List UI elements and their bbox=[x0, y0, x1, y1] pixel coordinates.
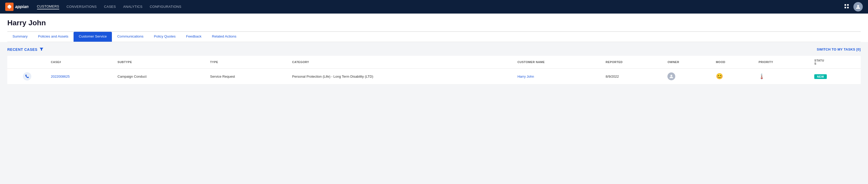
nav-conversations[interactable]: CONVERSATIONS bbox=[66, 5, 97, 9]
col-type: TYPE bbox=[207, 56, 288, 68]
priority-thermometer-icon: 🌡️ bbox=[758, 73, 765, 79]
filter-icon[interactable] bbox=[40, 47, 43, 52]
svg-point-6 bbox=[671, 75, 672, 76]
col-customer-name: CUSTOMER NAME bbox=[514, 56, 602, 68]
nav-customers[interactable]: CUSTOMERS bbox=[37, 4, 59, 9]
row-subtype: Campaign Conduct bbox=[114, 68, 207, 85]
svg-marker-5 bbox=[40, 48, 43, 51]
recent-cases-header: RECENT CASES SWITCH TO MY TASKS [0] bbox=[7, 47, 861, 52]
nav-links: CUSTOMERS CONVERSATIONS CASES ANALYTICS … bbox=[37, 4, 182, 9]
col-subtype: SUBTYPE bbox=[114, 56, 207, 68]
row-owner bbox=[664, 68, 712, 85]
row-priority: 🌡️ bbox=[755, 68, 811, 85]
grid-icon[interactable] bbox=[844, 4, 849, 10]
switch-to-my-tasks-button[interactable]: SWITCH TO MY TASKS [0] bbox=[817, 48, 861, 51]
svg-rect-2 bbox=[844, 7, 846, 8]
col-priority: PRIORITY bbox=[755, 56, 811, 68]
nav-left: appian CUSTOMERS CONVERSATIONS CASES ANA… bbox=[5, 3, 181, 11]
col-category: CATEGORY bbox=[288, 56, 514, 68]
tab-bar: Summary Policies and Assets Customer Ser… bbox=[7, 32, 861, 42]
mood-emoji: 😊 bbox=[716, 73, 723, 80]
col-owner: OWNER bbox=[664, 56, 712, 68]
table-body: 2022008625 Campaign Conduct Service Requ… bbox=[7, 68, 861, 85]
row-status: NEW bbox=[811, 68, 861, 85]
appian-logo-text: appian bbox=[15, 4, 29, 9]
col-reported: REPORTED bbox=[602, 56, 664, 68]
tab-policy-quotes[interactable]: Policy Quotes bbox=[149, 32, 181, 42]
svg-point-4 bbox=[857, 5, 859, 7]
status-badge: NEW bbox=[814, 74, 827, 79]
nav-right bbox=[844, 2, 863, 11]
svg-rect-0 bbox=[844, 4, 846, 6]
page-header: Harry John Summary Policies and Assets C… bbox=[0, 13, 868, 42]
customer-name-link[interactable]: Harry John bbox=[518, 74, 534, 79]
tab-policies-assets[interactable]: Policies and Assets bbox=[33, 32, 73, 42]
row-case-number: 2022008625 bbox=[47, 68, 114, 85]
svg-rect-3 bbox=[847, 7, 849, 8]
user-avatar[interactable] bbox=[854, 2, 863, 11]
appian-logo[interactable]: appian bbox=[5, 3, 29, 11]
table-row: 2022008625 Campaign Conduct Service Requ… bbox=[7, 68, 861, 85]
phone-icon bbox=[23, 72, 31, 81]
row-icon-cell bbox=[7, 68, 47, 85]
top-navigation: appian CUSTOMERS CONVERSATIONS CASES ANA… bbox=[0, 0, 868, 13]
case-number-link[interactable]: 2022008625 bbox=[51, 74, 70, 79]
table-header: CASE# SUBTYPE TYPE CATEGORY CUSTOMER NAM… bbox=[7, 56, 861, 68]
owner-avatar bbox=[668, 72, 675, 80]
row-category: Personal Protection (Life) - Long Term D… bbox=[288, 68, 514, 85]
col-mood: MOOD bbox=[712, 56, 755, 68]
tab-feedback[interactable]: Feedback bbox=[181, 32, 207, 42]
row-customer-name: Harry John bbox=[514, 68, 602, 85]
tab-summary[interactable]: Summary bbox=[7, 32, 33, 42]
tab-communications[interactable]: Communications bbox=[112, 32, 149, 42]
nav-cases[interactable]: CASES bbox=[104, 5, 116, 9]
row-type: Service Request bbox=[207, 68, 288, 85]
page-title: Harry John bbox=[7, 19, 861, 27]
tab-related-actions[interactable]: Related Actions bbox=[207, 32, 242, 42]
col-status: STATUS bbox=[811, 56, 861, 68]
col-case-number: CASE# bbox=[47, 56, 114, 68]
row-reported: 8/9/2022 bbox=[602, 68, 664, 85]
nav-configurations[interactable]: CONFIGURATIONS bbox=[150, 5, 181, 9]
svg-rect-1 bbox=[847, 4, 849, 6]
row-mood: 😊 bbox=[712, 68, 755, 85]
recent-cases-label: RECENT CASES bbox=[7, 48, 37, 52]
col-icon bbox=[7, 56, 47, 68]
cases-table: CASE# SUBTYPE TYPE CATEGORY CUSTOMER NAM… bbox=[7, 56, 861, 85]
nav-analytics[interactable]: ANALYTICS bbox=[123, 5, 143, 9]
main-content: RECENT CASES SWITCH TO MY TASKS [0] CASE… bbox=[0, 42, 868, 120]
tab-customer-service[interactable]: Customer Service bbox=[73, 32, 112, 42]
recent-cases-title: RECENT CASES bbox=[7, 47, 43, 52]
appian-logo-icon bbox=[5, 3, 13, 11]
